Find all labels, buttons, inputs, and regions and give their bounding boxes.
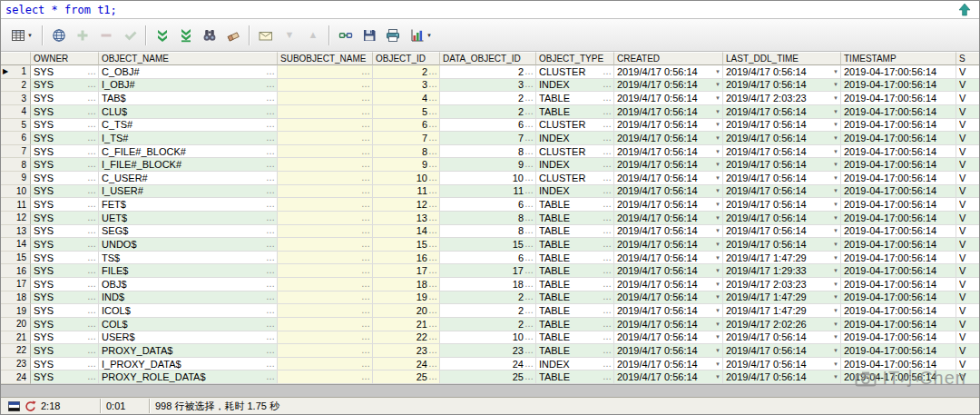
cell-last-ddl-time[interactable]: 2019/4/17 0:56:14▼ — [723, 145, 841, 159]
cell-s[interactable]: V — [956, 264, 979, 278]
cell-dropdown-button[interactable]: ▼ — [833, 265, 838, 276]
cell-subobject-name[interactable]: … — [278, 344, 373, 358]
cell-dropdown-button[interactable]: ▼ — [833, 159, 838, 170]
cell-dropdown-button[interactable]: ▼ — [833, 93, 838, 104]
cell-ellipsis-button[interactable]: … — [603, 265, 612, 276]
fetch-all-button[interactable] — [174, 25, 198, 46]
cell-ellipsis-button[interactable]: … — [428, 119, 437, 130]
cell-owner[interactable]: SYS… — [31, 278, 99, 291]
cell-ellipsis-button[interactable]: … — [87, 291, 96, 302]
column-header-timestamp[interactable]: TIMESTAMP — [841, 52, 956, 65]
row-header[interactable]: 19 — [1, 304, 31, 318]
cell-timestamp[interactable]: 2019-04-17:00:56:14 — [841, 264, 956, 278]
cell-s[interactable]: V — [956, 371, 979, 384]
scroll-up-icon[interactable] — [958, 3, 971, 16]
cell-s[interactable]: V — [956, 331, 979, 345]
cell-last-ddl-time[interactable]: 2019/4/17 0:56:14▼ — [723, 198, 841, 212]
cell-data-object-id[interactable]: 6… — [440, 119, 536, 133]
column-header-last-ddl-time[interactable]: LAST_DDL_TIME — [723, 52, 841, 65]
cell-dropdown-button[interactable]: ▼ — [715, 305, 720, 316]
cell-owner[interactable]: SYS… — [31, 318, 99, 331]
column-header-subobject-name[interactable]: SUBOBJECT_NAME — [278, 52, 373, 65]
cell-ellipsis-button[interactable]: … — [87, 371, 96, 382]
fetch-next-page-button[interactable] — [151, 25, 174, 46]
cell-ellipsis-button[interactable]: … — [603, 185, 612, 196]
cell-object-id[interactable]: 6… — [373, 119, 440, 133]
cell-owner[interactable]: SYS… — [31, 264, 99, 278]
cell-created[interactable]: 2019/4/17 0:56:14▼ — [614, 65, 723, 79]
cell-object-name[interactable]: I_TS#… — [99, 132, 278, 145]
cell-dropdown-button[interactable]: ▼ — [833, 173, 838, 183]
grid-corner-cell[interactable] — [1, 52, 31, 65]
row-header[interactable]: 2 — [1, 79, 31, 93]
cell-subobject-name[interactable]: … — [278, 185, 373, 199]
cell-ellipsis-button[interactable]: … — [603, 173, 612, 183]
cell-created[interactable]: 2019/4/17 0:56:14▼ — [614, 185, 723, 199]
cell-ellipsis-button[interactable]: … — [524, 159, 534, 170]
cell-ellipsis-button[interactable]: … — [266, 106, 275, 117]
cell-owner[interactable]: SYS… — [31, 132, 99, 145]
cell-subobject-name[interactable]: … — [278, 278, 373, 291]
cell-ellipsis-button[interactable]: … — [428, 291, 437, 302]
cell-ellipsis-button[interactable]: … — [266, 331, 275, 342]
cell-owner[interactable]: SYS… — [31, 225, 99, 239]
cell-ellipsis-button[interactable]: … — [428, 225, 437, 236]
cell-ellipsis-button[interactable]: … — [428, 133, 437, 143]
cell-ellipsis-button[interactable]: … — [87, 279, 96, 290]
cell-dropdown-button[interactable]: ▼ — [833, 305, 838, 316]
row-header[interactable]: 23 — [1, 358, 31, 371]
cell-object-type[interactable]: CLUSTER… — [536, 172, 614, 185]
row-header[interactable]: ▶1 — [1, 65, 31, 79]
cell-dropdown-button[interactable]: ▼ — [715, 359, 720, 370]
cell-object-id[interactable]: 4… — [373, 92, 440, 105]
cell-object-name[interactable]: I_PROXY_DATA$… — [99, 358, 278, 371]
save-button[interactable] — [358, 25, 381, 46]
cell-object-type[interactable]: TABLE… — [536, 198, 614, 212]
chart-button[interactable]: ▼ — [405, 25, 437, 46]
cell-ellipsis-button[interactable]: … — [266, 173, 275, 183]
cell-ellipsis-button[interactable]: … — [428, 252, 437, 263]
cell-dropdown-button[interactable]: ▼ — [833, 133, 838, 143]
cell-dropdown-button[interactable]: ▼ — [833, 239, 838, 250]
cell-dropdown-button[interactable]: ▼ — [715, 319, 720, 330]
cell-last-ddl-time[interactable]: 2019/4/17 0:56:14▼ — [723, 172, 841, 185]
cell-object-name[interactable]: TAB$… — [99, 92, 278, 105]
cell-dropdown-button[interactable]: ▼ — [833, 291, 838, 302]
cell-ellipsis-button[interactable]: … — [361, 185, 370, 196]
cell-ellipsis-button[interactable]: … — [361, 106, 370, 117]
cell-dropdown-button[interactable]: ▼ — [715, 291, 720, 302]
cell-ellipsis-button[interactable]: … — [603, 119, 612, 130]
cell-timestamp[interactable]: 2019-04-17:00:56:14 — [841, 185, 956, 199]
cell-ellipsis-button[interactable]: … — [524, 291, 534, 302]
cell-data-object-id[interactable]: 25… — [440, 371, 536, 384]
cell-ellipsis-button[interactable]: … — [603, 252, 612, 263]
cell-dropdown-button[interactable]: ▼ — [715, 331, 720, 342]
cell-ellipsis-button[interactable]: … — [87, 331, 96, 342]
cell-last-ddl-time[interactable]: 2019/4/17 0:56:14▼ — [723, 225, 841, 239]
column-header-object-type[interactable]: OBJECT_TYPE — [536, 52, 614, 65]
cell-object-type[interactable]: INDEX… — [536, 358, 614, 371]
cell-timestamp[interactable]: 2019-04-17:00:56:14 — [841, 172, 956, 185]
sort-ascending-button[interactable]: ▲ — [301, 25, 325, 46]
cell-created[interactable]: 2019/4/17 0:56:14▼ — [614, 172, 723, 185]
cell-ellipsis-button[interactable]: … — [87, 305, 96, 316]
cell-object-id[interactable]: 13… — [373, 212, 440, 225]
cell-ellipsis-button[interactable]: … — [603, 106, 612, 117]
cell-data-object-id[interactable]: 3… — [440, 79, 536, 93]
cell-object-type[interactable]: TABLE… — [536, 252, 614, 265]
cell-subobject-name[interactable]: … — [278, 252, 373, 265]
cell-last-ddl-time[interactable]: 2019/4/17 0:56:14▼ — [723, 105, 841, 119]
cell-data-object-id[interactable]: 24… — [440, 358, 536, 371]
cell-created[interactable]: 2019/4/17 0:56:14▼ — [614, 105, 723, 119]
cell-object-id[interactable]: 23… — [373, 344, 440, 358]
cell-data-object-id[interactable]: 17… — [440, 264, 536, 278]
cell-object-id[interactable]: 7… — [373, 132, 440, 145]
cell-object-id[interactable]: 16… — [373, 252, 440, 265]
cell-object-name[interactable]: I_FILE#_BLOCK#… — [99, 158, 278, 172]
cell-object-name[interactable]: USER$… — [99, 331, 278, 345]
cell-s[interactable]: V — [956, 225, 979, 239]
cell-timestamp[interactable]: 2019-04-17:00:56:14 — [841, 318, 956, 331]
cell-ellipsis-button[interactable]: … — [87, 79, 96, 90]
cell-timestamp[interactable]: 2019-04-17:00:56:14 — [841, 212, 956, 225]
cell-dropdown-button[interactable]: ▼ — [715, 199, 720, 210]
